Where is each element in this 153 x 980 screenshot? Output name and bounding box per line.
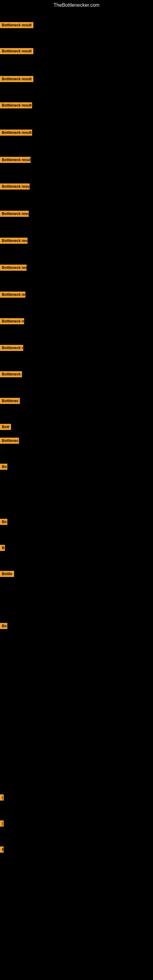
badge-19[interactable]: Bo [0, 519, 7, 525]
badge-14[interactable]: Bottleneck re [0, 371, 22, 377]
badge-15[interactable]: Bottlenec [0, 398, 20, 404]
site-title: TheBottlenecker.com [0, 0, 153, 10]
badge-25[interactable]: E [0, 846, 4, 853]
badge-18[interactable]: Bo [0, 464, 7, 470]
badge-10[interactable]: Bottleneck resu [0, 265, 27, 271]
badge-2[interactable]: Bottleneck result [0, 48, 33, 54]
badge-9[interactable]: Bottleneck resu [0, 238, 27, 244]
badge-1[interactable]: Bottleneck result [0, 22, 33, 28]
badge-20[interactable]: B [0, 545, 5, 551]
badge-17[interactable]: Bottlenec [0, 438, 19, 444]
badge-7[interactable]: Bottleneck result [0, 183, 30, 189]
badge-13[interactable]: Bottleneck res [0, 345, 23, 351]
badge-11[interactable]: Bottleneck resu [0, 291, 26, 298]
badge-4[interactable]: Bottleneck result [0, 102, 32, 108]
badge-5[interactable]: Bottleneck result [0, 130, 32, 136]
badge-16[interactable]: Bott [0, 424, 11, 430]
badge-22[interactable]: Bo [0, 623, 7, 629]
badge-6[interactable]: Bottleneck result [0, 157, 30, 163]
badge-24[interactable]: | [0, 821, 4, 827]
badge-23[interactable]: | [0, 794, 4, 800]
badge-12[interactable]: Bottleneck res [0, 318, 24, 324]
badge-3[interactable]: Bottleneck result [0, 76, 33, 82]
badge-8[interactable]: Bottleneck result [0, 211, 29, 217]
badge-21[interactable]: Bottle [0, 571, 14, 577]
